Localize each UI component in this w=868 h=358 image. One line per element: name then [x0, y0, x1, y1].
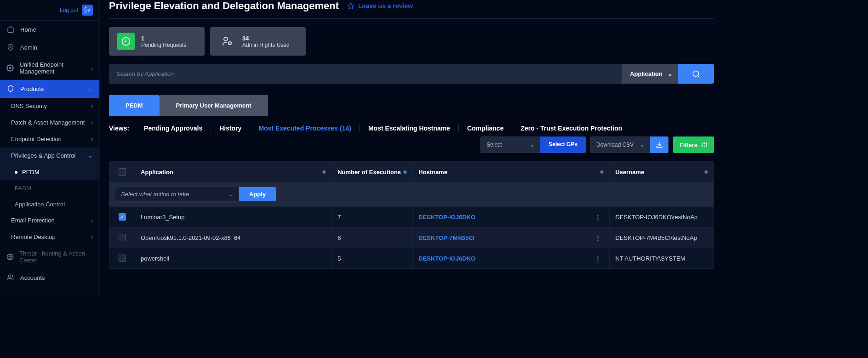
nav-remote[interactable]: Remote Desktop › [0, 229, 99, 245]
subnav-pedm-label: PEDM [22, 169, 40, 176]
sort-icon [704, 170, 708, 174]
kebab-icon[interactable]: ⋮ [592, 214, 604, 221]
svg-point-5 [8, 275, 11, 277]
apply-button[interactable]: Apply [239, 187, 276, 201]
chevron-right-icon: › [91, 136, 93, 142]
subnav-appctrl[interactable]: Application Control [0, 196, 99, 212]
td-executions: 6 [332, 227, 413, 248]
search-row: Application ⌄ [109, 64, 714, 84]
td-checkbox[interactable] [109, 207, 135, 227]
nav: Home Admin Unified Endpoint Management ›… [0, 21, 99, 287]
sort-icon [403, 170, 407, 174]
kebab-icon[interactable]: ⋮ [592, 234, 604, 241]
checkbox-icon [119, 213, 126, 221]
nav-patch[interactable]: Patch & Asset Management › [0, 114, 99, 131]
th-application-label: Application [141, 169, 173, 176]
th-username-label: Username [615, 169, 644, 176]
subnav-pedm[interactable]: PEDM [0, 164, 99, 180]
td-checkbox[interactable] [109, 227, 135, 248]
th-checkbox[interactable] [109, 162, 135, 182]
view-compliance[interactable]: Compliance [459, 125, 512, 132]
stat-pending-num: 1 [141, 35, 186, 42]
svg-point-2 [9, 67, 11, 69]
view-pending[interactable]: Pending Approvals [136, 125, 211, 132]
chevron-down-icon: ⌄ [229, 191, 234, 198]
chevron-down-icon: ⌄ [668, 70, 673, 77]
nav-pac-label: Privileges & App Control [11, 152, 75, 159]
stat-admin[interactable]: 34 Admin Rights Used [210, 27, 306, 56]
nav-products[interactable]: Products ⌄ [0, 80, 99, 98]
nav-threat[interactable]: Threat - hunting & Action Center [0, 245, 99, 269]
td-application: Luminar3_Setup [135, 207, 332, 227]
select-dropdown[interactable]: Select ⌄ [480, 136, 540, 153]
nav-accounts[interactable]: Accounts [0, 269, 99, 287]
search-button[interactable] [678, 64, 714, 84]
main: Privilege Elevation and Delegation Manag… [100, 0, 723, 296]
chevron-right-icon: › [91, 65, 93, 72]
sort-icon [600, 170, 604, 174]
stat-admin-label: Admin Rights Used [242, 42, 290, 48]
nav-patch-label: Patch & Asset Management [11, 119, 85, 126]
tab-pedm[interactable]: PEDM [109, 95, 160, 116]
search-input[interactable] [109, 64, 622, 84]
nav-edr[interactable]: Endpoint Detection › [0, 131, 99, 148]
download-dropdown[interactable]: Download CSV ⌄ [590, 136, 650, 153]
action-dropdown[interactable]: Select what action to take ⌄ [115, 187, 239, 202]
star-icon [347, 2, 354, 10]
nav-uem-label: Unified Endpoint Management [19, 61, 93, 75]
filters-label: Filters [680, 142, 697, 148]
th-application[interactable]: Application [135, 162, 332, 182]
user-gear-icon [218, 33, 236, 50]
select-gps-button[interactable]: Select GPs [540, 136, 586, 153]
nav-admin[interactable]: Admin [0, 39, 99, 57]
td-hostname[interactable]: DESKTOP-7M4B5CI⋮ [413, 227, 610, 248]
nav-dns[interactable]: DNS Security › [0, 98, 99, 114]
subnav-appctrl-label: Application Control [15, 201, 65, 208]
filters-button[interactable]: Filters [673, 136, 714, 153]
nav-accounts-label: Accounts [20, 274, 45, 281]
action-row: Select what action to take ⌄ Apply [109, 182, 714, 207]
view-most-exec[interactable]: Most Executed Processes (14) [250, 125, 360, 132]
chevron-right-icon: › [91, 217, 93, 224]
chevron-right-icon: › [91, 119, 93, 126]
th-executions[interactable]: Number of Executions [332, 162, 413, 182]
td-checkbox[interactable] [109, 248, 135, 268]
logout-icon [84, 7, 91, 13]
checkbox-icon [119, 168, 126, 176]
nav-pac[interactable]: Privileges & App Control ⌄ [0, 148, 99, 164]
views-row: Views: Pending Approvals History Most Ex… [109, 125, 714, 132]
stat-pending[interactable]: 1 Pending Requests [109, 27, 205, 56]
view-most-esc[interactable]: Most Escalating Hostname [360, 125, 459, 132]
td-hostname[interactable]: DESKTOP-IOJ6DKO⋮ [413, 207, 610, 227]
th-hostname[interactable]: Hostname [413, 162, 610, 182]
svg-line-11 [697, 75, 699, 77]
td-hostname[interactable]: DESKTOP-IOJ6DKO⋮ [413, 248, 610, 268]
svg-point-9 [228, 42, 231, 45]
shield-icon [6, 85, 15, 93]
subnav-pasm[interactable]: PASM [0, 180, 99, 196]
logout-link[interactable]: Log out [60, 7, 78, 13]
review-link[interactable]: Leave us a review [347, 2, 413, 10]
nav-uem[interactable]: Unified Endpoint Management › [0, 57, 99, 80]
tab-pum[interactable]: Primary User Management [160, 95, 268, 116]
tabs: PEDM Primary User Management [109, 95, 714, 116]
logout-row: Log out [0, 0, 99, 21]
search-icon [692, 70, 700, 78]
view-zero[interactable]: Zero - Trust Execution Protection [512, 125, 630, 132]
td-executions: 7 [332, 207, 413, 227]
chevron-right-icon: › [91, 102, 93, 109]
kebab-icon[interactable]: ⋮ [592, 255, 604, 262]
th-username[interactable]: Username [610, 162, 714, 182]
views-label: Views: [109, 125, 129, 132]
svg-point-8 [224, 37, 228, 41]
view-history[interactable]: History [211, 125, 250, 132]
logout-icon-button[interactable] [82, 5, 93, 16]
clock-icon [117, 33, 135, 50]
stats-row: 1 Pending Requests 34 Admin Rights Used [109, 27, 714, 56]
search-type-dropdown[interactable]: Application ⌄ [622, 64, 678, 84]
nav-email[interactable]: Email Protection › [0, 212, 99, 229]
td-application: OpenKiosk91.1.0-2021-09-02-x86_64 [135, 227, 332, 248]
download-button[interactable] [650, 136, 668, 153]
nav-home[interactable]: Home [0, 21, 99, 39]
download-icon [656, 141, 663, 148]
